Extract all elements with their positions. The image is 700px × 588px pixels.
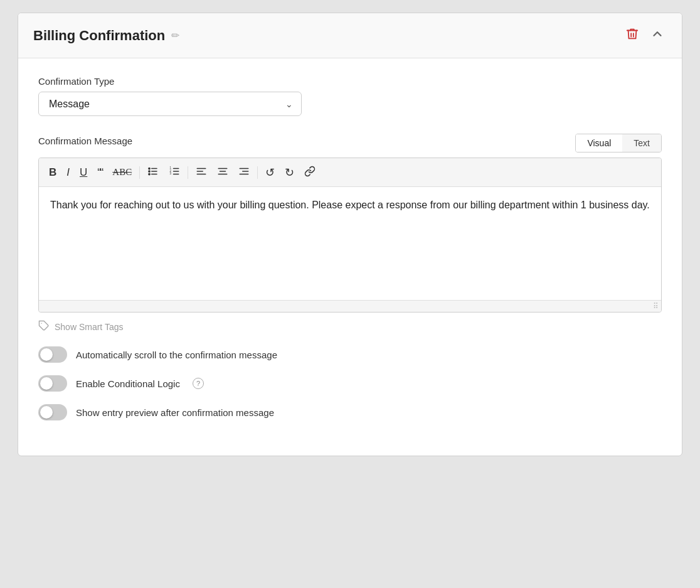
strikethrough-button[interactable]: ABC	[109, 165, 135, 179]
align-left-button[interactable]	[192, 163, 211, 181]
edit-icon[interactable]: ✏	[171, 29, 179, 41]
billing-confirmation-card: Billing Confirmation ✏ Confirmation Type	[18, 13, 682, 456]
message-row: Confirmation Message Visual Text	[38, 134, 662, 152]
confirmation-message-label: Confirmation Message	[38, 136, 132, 146]
header-right	[623, 24, 667, 46]
header-left: Billing Confirmation ✏	[33, 28, 179, 44]
editor-wrapper: B I U ““ ABC 1 2 3	[38, 158, 662, 313]
editor-content[interactable]: Thank you for reaching out to us with yo…	[39, 187, 661, 300]
svg-point-4	[149, 171, 150, 172]
svg-point-3	[149, 168, 150, 169]
editor-resize-handle: ⠿	[39, 300, 661, 312]
collapse-button[interactable]	[648, 24, 667, 46]
smart-tags-icon	[38, 320, 50, 334]
conditional-logic-label: Enable Conditional Logic	[76, 378, 180, 389]
align-right-button[interactable]	[235, 163, 253, 181]
toolbar-separator-1	[139, 166, 140, 179]
auto-scroll-row: Automatically scroll to the confirmation…	[38, 346, 662, 363]
auto-scroll-track	[38, 346, 67, 363]
smart-tags-label: Show Smart Tags	[55, 322, 123, 332]
auto-scroll-toggle[interactable]	[38, 346, 67, 363]
ordered-list-button[interactable]: 1 2 3	[165, 163, 184, 181]
card-header: Billing Confirmation ✏	[18, 13, 682, 58]
confirmation-type-select[interactable]: Message Page Redirect Custom	[38, 92, 302, 116]
card-body: Confirmation Type Message Page Redirect …	[18, 58, 682, 456]
confirmation-type-wrapper: Message Page Redirect Custom ⌄	[38, 92, 302, 116]
undo-button[interactable]: ↺	[262, 164, 278, 181]
visual-view-button[interactable]: Visual	[576, 134, 622, 152]
align-center-button[interactable]	[213, 163, 232, 181]
svg-text:3: 3	[170, 172, 172, 175]
delete-button[interactable]	[623, 24, 642, 46]
unordered-list-button[interactable]	[144, 163, 162, 181]
toolbar-separator-2	[188, 166, 188, 179]
smart-tags-row[interactable]: Show Smart Tags	[38, 320, 662, 334]
svg-point-5	[149, 173, 150, 174]
entry-preview-row: Show entry preview after confirmation me…	[38, 404, 662, 420]
entry-preview-toggle[interactable]	[38, 404, 67, 420]
help-icon[interactable]: ?	[193, 378, 204, 389]
resize-dots-icon: ⠿	[653, 302, 659, 311]
auto-scroll-label: Automatically scroll to the confirmation…	[76, 350, 277, 360]
entry-preview-track	[38, 404, 67, 420]
editor-toolbar: B I U ““ ABC 1 2 3	[39, 158, 661, 187]
text-view-button[interactable]: Text	[622, 134, 661, 152]
conditional-logic-track	[38, 375, 67, 392]
link-button[interactable]	[300, 163, 319, 181]
view-toggle: Visual Text	[575, 134, 662, 152]
entry-preview-label: Show entry preview after confirmation me…	[76, 407, 274, 418]
confirmation-type-label: Confirmation Type	[38, 76, 662, 87]
conditional-logic-toggle[interactable]	[38, 375, 67, 392]
page-title: Billing Confirmation	[33, 28, 165, 44]
bold-button[interactable]: B	[45, 164, 60, 180]
redo-button[interactable]: ↻	[281, 164, 298, 181]
toolbar-separator-3	[257, 166, 258, 179]
italic-button[interactable]: I	[63, 164, 73, 180]
quote-button[interactable]: ““	[93, 164, 106, 181]
conditional-logic-row: Enable Conditional Logic ?	[38, 375, 662, 392]
underline-button[interactable]: U	[76, 164, 91, 180]
